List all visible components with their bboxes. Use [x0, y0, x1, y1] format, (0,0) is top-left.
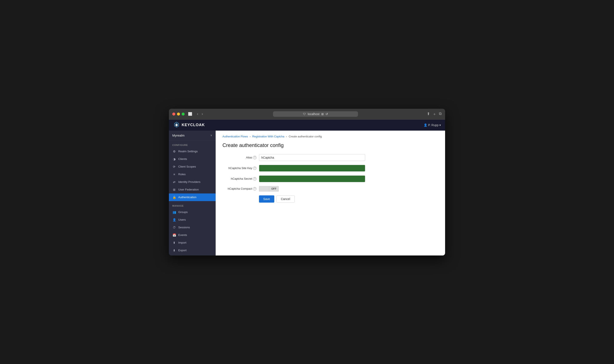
sidebar-item-label: Authentication — [178, 195, 196, 199]
breadcrumb-registration-with-captcha[interactable]: Registration With Captcha — [252, 135, 284, 138]
sidebar-item-import[interactable]: ⬆ Import — [169, 239, 216, 247]
user-chevron-icon: ▾ — [439, 123, 441, 127]
breadcrumb-separator-2: › — [286, 135, 287, 138]
manage-section-label: Manage — [169, 201, 216, 208]
sidebar: Myrealm ∨ Configure ⚙ Realm Settings ◑ C… — [169, 130, 216, 256]
browser-window: ⬜ ‹ › 🛡 localhost ⊞ ↺ ⬆ ＋ ⧉ — [169, 109, 445, 256]
browser-nav: ‹ › — [196, 111, 204, 117]
user-menu[interactable]: 👤 P. Rupp ▾ — [424, 123, 441, 127]
logo-text: KEYCLOAK — [182, 123, 205, 127]
sidebar-item-sessions[interactable]: ⏱ Sessions — [169, 224, 216, 231]
sidebar-item-label: Sessions — [178, 226, 190, 229]
sidebar-item-realm-settings[interactable]: ⚙ Realm Settings — [169, 148, 216, 155]
tabs-icon[interactable]: ⧉ — [439, 112, 442, 117]
close-button[interactable] — [172, 113, 175, 116]
keycloak-logo: KEYCLOAK — [173, 122, 205, 129]
alias-row: Alias ? — [222, 154, 388, 161]
breadcrumb-separator-1: › — [250, 135, 250, 138]
compact-toggle-button[interactable] — [259, 186, 269, 192]
cancel-button[interactable]: Cancel — [276, 195, 295, 203]
sidebar-item-client-scopes[interactable]: ⟳ Client Scopes — [169, 163, 216, 170]
new-tab-icon[interactable]: ＋ — [432, 112, 436, 117]
svg-rect-3 — [175, 125, 178, 126]
compact-label: hCaptcha Compact ? — [222, 187, 256, 191]
import-icon: ⬆ — [172, 241, 176, 245]
app-header: KEYCLOAK 👤 P. Rupp ▾ — [169, 119, 445, 130]
browser-chrome: ⬜ ‹ › 🛡 localhost ⊞ ↺ ⬆ ＋ ⧉ — [169, 109, 445, 119]
sidebar-item-groups[interactable]: 👥 Groups — [169, 208, 216, 216]
sidebar-item-label: Export — [178, 249, 186, 252]
events-icon: 📅 — [172, 233, 176, 237]
traffic-lights — [172, 113, 185, 116]
sidebar-item-label: User Federation — [178, 188, 199, 191]
share-icon[interactable]: ⬆ — [427, 112, 430, 117]
form-container: Alias ? hCaptcha Site Key ? — [222, 154, 388, 203]
content-area: Authentication Flows › Registration With… — [216, 130, 445, 256]
save-button[interactable]: Save — [259, 195, 274, 203]
client-scopes-icon: ⟳ — [172, 165, 176, 169]
sidebar-item-user-federation[interactable]: ⊞ User Federation — [169, 186, 216, 194]
realm-chevron-icon: ∨ — [210, 134, 212, 137]
sidebar-item-label: Events — [178, 234, 187, 237]
compact-toggle-label: OFF — [269, 186, 279, 192]
url-text: localhost — [308, 112, 319, 116]
breadcrumb-authentication-flows[interactable]: Authentication Flows — [222, 135, 248, 138]
user-federation-icon: ⊞ — [172, 188, 176, 192]
sidebar-item-label: Users — [178, 218, 186, 221]
refresh-icon[interactable]: ↺ — [326, 112, 328, 116]
realm-name: Myrealm — [172, 134, 185, 137]
export-icon: ⬇ — [172, 248, 176, 252]
sidebar-item-export[interactable]: ⬇ Export — [169, 247, 216, 254]
sidebar-toggle-button[interactable]: ⬜ — [187, 112, 193, 116]
site-key-label: hCaptcha Site Key ? — [222, 167, 256, 170]
secret-row: hCaptcha Secret ? — [222, 175, 388, 182]
compact-row: hCaptcha Compact ? OFF — [222, 186, 388, 192]
authentication-icon: 🔒 — [172, 195, 176, 199]
user-icon: 👤 — [424, 123, 427, 127]
page-title: Create authenticator config — [222, 142, 438, 148]
realm-settings-icon: ⚙ — [172, 150, 176, 153]
site-key-input[interactable] — [259, 165, 365, 172]
sidebar-item-label: Identity Providers — [178, 180, 200, 183]
browser-actions: ⬆ ＋ ⧉ — [427, 112, 442, 117]
form-actions: Save Cancel — [222, 195, 388, 203]
identity-providers-icon: ⇄ — [172, 180, 176, 184]
maximize-button[interactable] — [182, 113, 185, 116]
users-icon: 👤 — [172, 218, 176, 222]
sidebar-item-authentication[interactable]: 🔒 Authentication — [169, 194, 216, 201]
roles-icon: ≡ — [172, 172, 176, 176]
secret-input[interactable] — [259, 175, 365, 182]
main-area: Myrealm ∨ Configure ⚙ Realm Settings ◑ C… — [169, 130, 445, 256]
alias-input[interactable] — [259, 154, 365, 161]
compact-toggle-container: OFF — [259, 186, 279, 192]
breadcrumb-current: Create authenticator config — [289, 135, 322, 138]
back-button[interactable]: ‹ — [196, 111, 199, 117]
breadcrumb: Authentication Flows › Registration With… — [222, 135, 438, 138]
site-key-row: hCaptcha Site Key ? — [222, 165, 388, 172]
address-bar-icons: ⊞ ↺ — [321, 112, 328, 116]
secret-help-icon[interactable]: ? — [253, 177, 256, 181]
sidebar-item-events[interactable]: 📅 Events — [169, 231, 216, 239]
address-bar-container: 🛡 localhost ⊞ ↺ — [207, 111, 424, 117]
user-name: P. Rupp — [428, 123, 439, 127]
secret-label: hCaptcha Secret ? — [222, 177, 256, 181]
alias-label: Alias ? — [222, 156, 256, 159]
site-key-help-icon[interactable]: ? — [253, 167, 256, 170]
sidebar-item-roles[interactable]: ≡ Roles — [169, 170, 216, 178]
realm-selector[interactable]: Myrealm ∨ — [169, 130, 216, 140]
sidebar-item-label: Groups — [178, 210, 188, 214]
translate-icon: ⊞ — [321, 112, 324, 116]
sidebar-item-label: Roles — [178, 173, 186, 176]
sidebar-item-label: Realm Settings — [178, 150, 198, 153]
configure-section-label: Configure — [169, 140, 216, 148]
sidebar-item-label: Clients — [178, 157, 187, 161]
sidebar-item-users[interactable]: 👤 Users — [169, 216, 216, 224]
alias-help-icon[interactable]: ? — [253, 156, 256, 159]
forward-button[interactable]: › — [200, 111, 204, 117]
minimize-button[interactable] — [177, 113, 180, 116]
sidebar-item-identity-providers[interactable]: ⇄ Identity Providers — [169, 178, 216, 186]
sidebar-item-clients[interactable]: ◑ Clients — [169, 155, 216, 163]
sidebar-item-label: Import — [178, 241, 186, 244]
address-bar[interactable]: 🛡 localhost ⊞ ↺ — [273, 111, 358, 117]
compact-help-icon[interactable]: ? — [253, 187, 256, 191]
